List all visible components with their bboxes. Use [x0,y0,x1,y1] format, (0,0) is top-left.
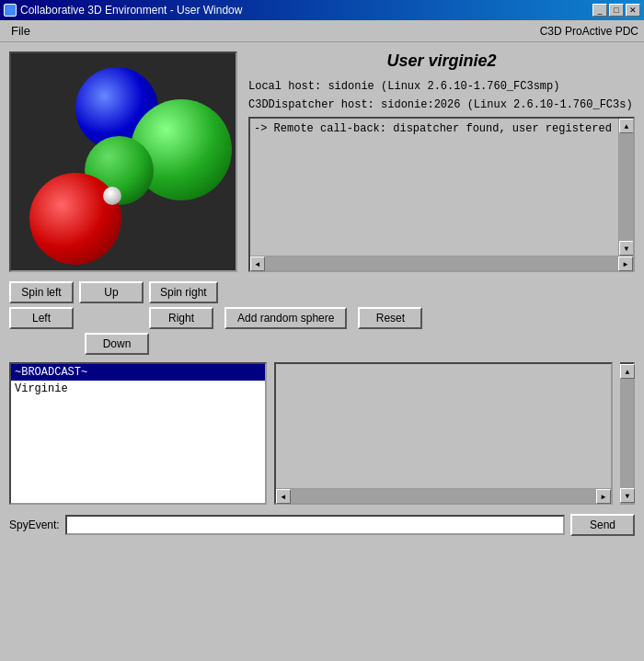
sphere-white [103,187,121,205]
info-panel: User virginie2 Local host: sidonie (Linu… [248,51,635,272]
log-scrollbar-h[interactable]: ◄ ► [250,256,633,270]
channel-virginie[interactable]: Virginie [11,381,265,397]
nav-row-top: Spin left Up Spin right [9,281,218,303]
msg-scroll-left[interactable]: ◄ [276,489,291,504]
log-inner: -> Remote call-back: dispatcher found, u… [250,119,633,256]
channel-list[interactable]: ~BROADCAST~ Virginie [9,362,267,505]
main-content: User virginie2 Local host: sidonie (Linu… [0,42,644,661]
scroll-track-v[interactable] [619,133,633,241]
spy-row: SpyEvent: Send [9,514,635,536]
log-container: -> Remote call-back: dispatcher found, u… [248,117,635,272]
msg-track-v[interactable] [620,379,633,488]
nav-row-middle: Left Right Add random sphere Reset [9,307,422,329]
down-button[interactable]: Down [85,333,149,355]
spin-right-button[interactable]: Spin right [149,281,218,303]
title-bar-left: Collaborative 3D Environment - User Wind… [4,4,242,17]
message-area: ◄ ► [274,362,613,505]
spy-event-input[interactable] [65,515,565,535]
maximize-button[interactable]: □ [609,4,624,17]
top-section: User virginie2 Local host: sidonie (Linu… [9,51,635,272]
scroll-left-btn[interactable]: ◄ [250,256,265,271]
add-sphere-button[interactable]: Add random sphere [224,307,347,329]
send-button[interactable]: Send [570,514,635,536]
close-button[interactable]: ✕ [626,4,640,17]
msg-scrollbar-h[interactable]: ◄ ► [276,488,611,503]
log-scrollbar-v[interactable]: ▲ ▼ [618,119,633,256]
app-name: C3D ProActive PDC [540,25,638,38]
left-button[interactable]: Left [9,307,74,329]
scroll-down-btn[interactable]: ▼ [619,241,633,256]
menu-bar: File C3D ProActive PDC [0,20,644,42]
app-icon [4,4,17,17]
title-buttons[interactable]: _ □ ✕ [592,4,640,17]
log-text: -> Remote call-back: dispatcher found, u… [250,119,618,256]
local-host-text: Local host: sidonie (Linux 2.6.10-1.760_… [248,80,635,93]
msg-track-h[interactable] [291,489,596,503]
msg-scroll-up[interactable]: ▲ [620,364,635,379]
minimize-button[interactable]: _ [592,4,607,17]
user-title: User virginie2 [248,51,635,71]
title-text: Collaborative 3D Environment - User Wind… [20,4,242,17]
scroll-up-btn[interactable]: ▲ [619,119,633,133]
menu-file[interactable]: File [6,22,36,40]
dispatcher-host-text: C3DDispatcher host: sidonie:2026 (Linux … [248,98,635,111]
message-text-content [276,364,611,488]
bottom-section: ~BROADCAST~ Virginie ◄ ► ▲ ▼ [9,362,635,505]
nav-section: Spin left Up Spin right Left Right Add r… [9,281,635,355]
msg-scrollbar-v[interactable]: ▲ ▼ [620,362,635,505]
up-button[interactable]: Up [79,281,144,303]
scroll-right-btn[interactable]: ► [618,256,633,271]
scroll-track-h[interactable] [265,256,618,270]
reset-button[interactable]: Reset [358,307,422,329]
spin-left-button[interactable]: Spin left [9,281,74,303]
preview-canvas [9,51,237,272]
nav-row-bottom: Down [9,333,149,355]
channel-broadcast[interactable]: ~BROADCAST~ [11,364,265,381]
msg-scroll-down[interactable]: ▼ [620,488,635,503]
right-button[interactable]: Right [149,307,213,329]
spy-event-label: SpyEvent: [9,519,60,531]
msg-scroll-right[interactable]: ► [596,489,611,504]
title-bar: Collaborative 3D Environment - User Wind… [0,0,644,20]
